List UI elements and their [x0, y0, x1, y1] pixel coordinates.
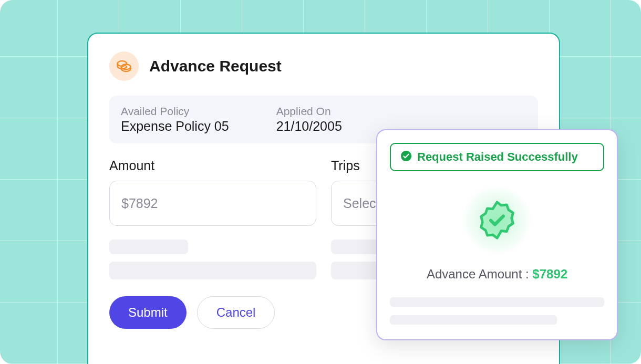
card-header: Advance Request: [109, 51, 538, 81]
availed-policy-value: Expense Policy 05: [121, 119, 229, 134]
card-title: Advance Request: [149, 57, 282, 75]
coins-icon: [109, 51, 139, 81]
advance-amount-label: Advance Amount :: [427, 267, 532, 281]
applied-on-info: Applied On 21/10/2005: [276, 105, 342, 134]
advance-amount-value: $7892: [532, 267, 567, 281]
skeleton-placeholder: [390, 315, 557, 325]
amount-group: Amount $7892: [109, 158, 316, 226]
success-banner: Request Raised Successfully: [390, 143, 604, 171]
verified-badge-icon: [463, 186, 531, 254]
skeleton-placeholder: [109, 240, 188, 254]
background: Advance Request Availed Policy Expense P…: [0, 0, 641, 364]
success-popup: Request Raised Successfully Advance Amou…: [376, 129, 618, 340]
skeleton-placeholder: [390, 297, 604, 307]
cancel-button[interactable]: Cancel: [197, 296, 275, 329]
success-text: Request Raised Successfully: [417, 150, 578, 164]
availed-policy-info: Availed Policy Expense Policy 05: [121, 105, 229, 134]
availed-policy-label: Availed Policy: [121, 105, 229, 118]
amount-label: Amount: [109, 158, 316, 173]
applied-on-value: 21/10/2005: [276, 119, 342, 134]
applied-on-label: Applied On: [276, 105, 342, 118]
check-circle-icon: [400, 150, 412, 164]
skeleton-placeholder: [109, 262, 316, 279]
amount-input[interactable]: $7892: [109, 181, 316, 226]
advance-amount-line: Advance Amount : $7892: [390, 267, 604, 282]
submit-button[interactable]: Submit: [109, 296, 187, 329]
badge-wrap: [390, 186, 604, 254]
